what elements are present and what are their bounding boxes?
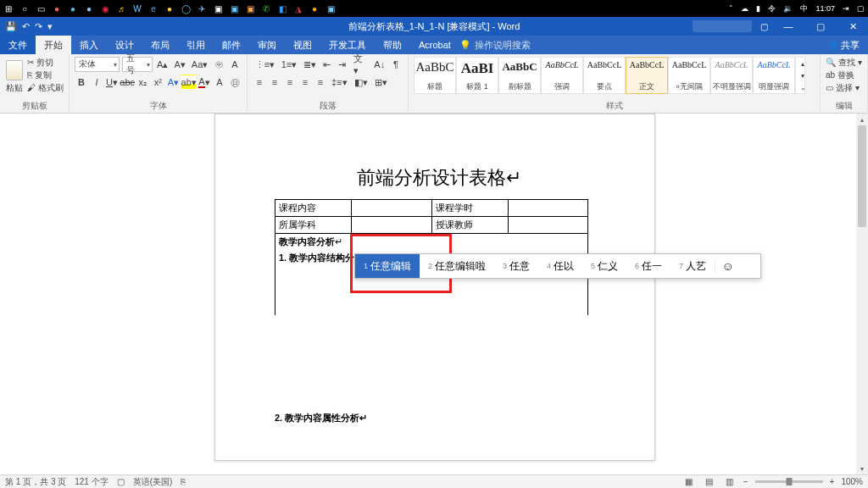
ime-candidate[interactable]: 1任意编辑 bbox=[355, 254, 420, 278]
style-item[interactable]: AaBbCcL正文 bbox=[626, 57, 668, 94]
zoom-level[interactable]: 100% bbox=[841, 477, 863, 486]
tab-layout[interactable]: 布局 bbox=[142, 36, 178, 54]
line-spacing-button[interactable]: ‡≡▾ bbox=[329, 75, 350, 90]
shrink-font-button[interactable]: A▾ bbox=[172, 57, 187, 72]
tell-me-search[interactable]: 💡 操作说明搜索 bbox=[459, 36, 531, 54]
scroll-up-button[interactable]: ▴ bbox=[856, 114, 868, 125]
vertical-scrollbar[interactable]: ▴ ▾ bbox=[856, 114, 868, 474]
show-marks-button[interactable]: ¶ bbox=[389, 57, 403, 72]
share-button[interactable]: 👤 共享 bbox=[828, 39, 860, 52]
indent-left-button[interactable]: ⇤ bbox=[320, 57, 334, 72]
tab-file[interactable]: 文件 bbox=[0, 36, 36, 54]
strike-button[interactable]: abc bbox=[120, 75, 134, 90]
ime-candidate[interactable]: 7人艺 bbox=[670, 254, 715, 278]
style-item[interactable]: AaBbCcL明显强调 bbox=[753, 57, 795, 94]
start-icon[interactable]: ⊞ bbox=[3, 3, 14, 14]
ime-candidate[interactable]: 5仁义 bbox=[582, 254, 626, 278]
tray-icon[interactable]: ˄ bbox=[729, 4, 733, 13]
task-icon[interactable]: ◧ bbox=[277, 3, 287, 14]
task-icon[interactable]: ● bbox=[52, 3, 62, 14]
tab-insert[interactable]: 插入 bbox=[71, 36, 107, 54]
zoom-out-button[interactable]: − bbox=[743, 477, 748, 486]
font-family-select[interactable]: 宋体 bbox=[75, 57, 120, 72]
ribbon-options-icon[interactable]: ▢ bbox=[760, 22, 768, 31]
align-right-button[interactable]: ≡ bbox=[283, 75, 297, 90]
tab-acrobat[interactable]: Acrobat bbox=[410, 36, 459, 54]
paste-button[interactable]: 粘贴 bbox=[5, 57, 24, 94]
volume-icon[interactable]: 🔉 bbox=[783, 4, 793, 13]
enclose-char-button[interactable]: ㊐ bbox=[228, 75, 242, 90]
multilevel-button[interactable]: ≣▾ bbox=[301, 57, 319, 72]
task-icon[interactable]: ♬ bbox=[116, 3, 126, 14]
tab-help[interactable]: 帮助 bbox=[375, 36, 410, 54]
task-icon[interactable]: ● bbox=[84, 3, 94, 14]
justify-button[interactable]: ≡ bbox=[298, 75, 312, 90]
subscript-button[interactable]: x₂ bbox=[136, 75, 149, 90]
tab-home[interactable]: 开始 bbox=[36, 36, 71, 54]
task-icon[interactable]: ✆ bbox=[261, 3, 271, 14]
superscript-button[interactable]: x² bbox=[151, 75, 164, 90]
phonetic-button[interactable]: ㊥ bbox=[212, 57, 225, 72]
tray-icon[interactable]: ⇥ bbox=[843, 4, 849, 13]
task-icon[interactable]: ◉ bbox=[100, 3, 110, 14]
close-button[interactable]: ✕ bbox=[841, 17, 865, 36]
redo-icon[interactable]: ↷ bbox=[35, 21, 42, 32]
tab-design[interactable]: 设计 bbox=[107, 36, 142, 54]
scroll-thumb[interactable] bbox=[858, 125, 866, 227]
qat-more-icon[interactable]: ▾ bbox=[47, 21, 53, 32]
highlight-button[interactable]: ab▾ bbox=[181, 75, 196, 90]
zoom-in-button[interactable]: + bbox=[830, 477, 835, 486]
find-button[interactable]: 🔍 查找 ▾ bbox=[826, 57, 862, 69]
undo-icon[interactable]: ↶ bbox=[22, 21, 30, 32]
underline-button[interactable]: U▾ bbox=[105, 75, 119, 90]
word-count[interactable]: 121 个字 bbox=[75, 476, 108, 488]
user-badge[interactable] bbox=[693, 20, 752, 32]
sort-button[interactable]: A↓ bbox=[371, 57, 387, 72]
char-shading-button[interactable]: A bbox=[213, 75, 226, 90]
ime-candidate[interactable]: 3任意 bbox=[494, 254, 538, 278]
tab-view[interactable]: 视图 bbox=[285, 36, 320, 54]
read-mode-button[interactable]: ▦ bbox=[682, 476, 696, 488]
notification-icon[interactable]: ▢ bbox=[857, 4, 865, 13]
ime-candidate[interactable]: 2任意编辑啦 bbox=[420, 254, 494, 278]
task-icon[interactable]: ▣ bbox=[213, 3, 223, 14]
task-icon[interactable]: ▣ bbox=[229, 3, 239, 14]
char-border-button[interactable]: A bbox=[228, 57, 242, 72]
select-button[interactable]: ▭ 选择 ▾ bbox=[826, 82, 862, 94]
tab-review[interactable]: 审阅 bbox=[249, 36, 285, 54]
web-layout-button[interactable]: ▥ bbox=[723, 476, 737, 488]
battery-icon[interactable]: ▮ bbox=[756, 4, 760, 13]
style-item[interactable]: AaBbC标题 bbox=[414, 57, 456, 94]
ime-candidate[interactable]: 6任一 bbox=[626, 254, 670, 278]
task-icon[interactable]: ▣ bbox=[245, 3, 255, 14]
bullets-button[interactable]: ⋮≡▾ bbox=[253, 57, 277, 72]
ime-candidate-bar[interactable]: 1任意编辑 2任意编辑啦 3任意 4任以 5仁义 6任一 7人艺 ☺ bbox=[354, 253, 761, 279]
replace-button[interactable]: ab 替换 bbox=[826, 69, 862, 81]
asian-layout-button[interactable]: 文▾ bbox=[351, 57, 370, 72]
ime-lang[interactable]: 中 bbox=[800, 3, 808, 14]
ime-candidate[interactable]: 4任以 bbox=[538, 254, 582, 278]
italic-button[interactable]: I bbox=[90, 75, 103, 90]
align-left-button[interactable]: ≡ bbox=[253, 75, 266, 90]
style-item[interactable]: AaBbCcL不明显强调 bbox=[710, 57, 753, 94]
zoom-slider[interactable] bbox=[755, 480, 823, 483]
tab-mailings[interactable]: 邮件 bbox=[214, 36, 249, 54]
numbering-button[interactable]: 1≡▾ bbox=[279, 57, 299, 72]
style-item[interactable]: AaBbCcL强调 bbox=[541, 57, 583, 94]
cloud-icon[interactable]: ☁ bbox=[741, 4, 748, 13]
format-painter-button[interactable]: 🖌 格式刷 bbox=[27, 82, 64, 94]
change-case-button[interactable]: Aa▾ bbox=[190, 57, 209, 72]
borders-button[interactable]: ⊞▾ bbox=[372, 75, 390, 90]
taskview-icon[interactable]: ▭ bbox=[36, 3, 46, 14]
style-item[interactable]: AaBbCcL要点 bbox=[583, 57, 626, 94]
task-icon[interactable]: W bbox=[132, 3, 142, 14]
style-item[interactable]: AaBbCcL»无间隔 bbox=[668, 57, 710, 94]
print-layout-button[interactable]: ▤ bbox=[703, 476, 716, 488]
wifi-icon[interactable]: 令 bbox=[768, 3, 776, 14]
spellcheck-icon[interactable]: ▢ bbox=[117, 477, 125, 486]
grow-font-button[interactable]: A▴ bbox=[155, 57, 170, 72]
task-icon[interactable]: ● bbox=[309, 3, 320, 14]
page-indicator[interactable]: 第 1 页，共 3 页 bbox=[5, 476, 66, 488]
clock[interactable]: 11:07 bbox=[815, 4, 835, 13]
task-icon[interactable]: ✈ bbox=[197, 3, 207, 14]
